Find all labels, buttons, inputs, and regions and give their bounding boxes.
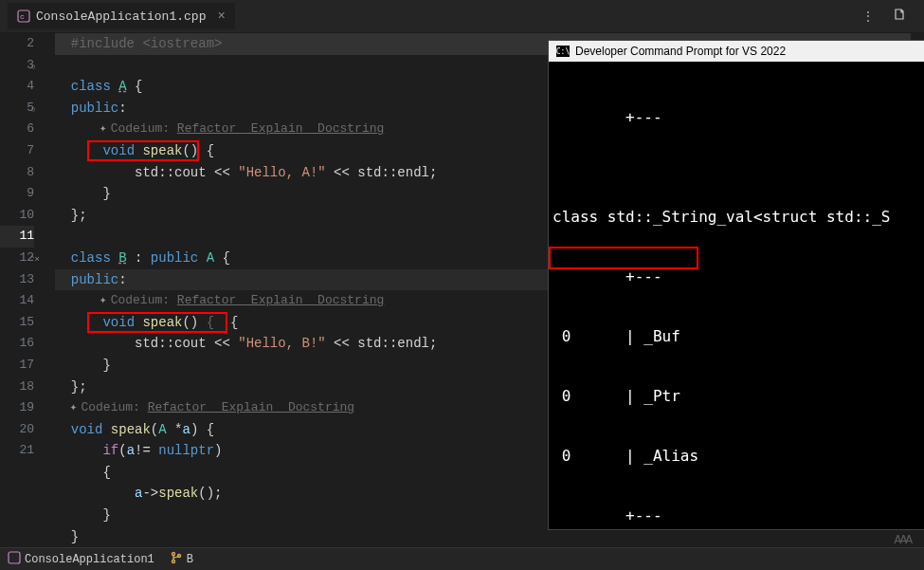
tab-filename: ConsoleApplication1.cpp	[36, 9, 206, 24]
line-number: 18	[0, 377, 34, 398]
terminal-title-text: Developer Command Prompt for VS 2022	[575, 45, 786, 58]
sparkle-icon: ✦	[100, 121, 107, 136]
sparkle-icon: ✦	[100, 293, 107, 307]
line-gutter: 2 3○ 4 5○ 6 7 8 9 10 11 12⌃× 13 14 15 16…	[0, 33, 47, 547]
status-branch[interactable]: B	[170, 551, 193, 568]
line-number: 20	[0, 419, 34, 441]
svg-text:c: c	[20, 12, 25, 21]
notification-icon[interactable]	[892, 7, 907, 26]
svg-point-3	[172, 552, 174, 555]
line-number: 4	[0, 76, 34, 98]
line-number: 8	[0, 162, 34, 184]
line-number: 19	[0, 397, 34, 419]
line-number: 14	[0, 290, 34, 312]
line-number: 11	[0, 226, 34, 248]
cmd-icon: C:\	[556, 46, 570, 57]
status-project-name: ConsoleApplication1	[25, 553, 154, 566]
file-tab[interactable]: c ConsoleApplication1.cpp ×	[8, 3, 235, 29]
line-number: 7	[0, 140, 34, 162]
line-number: 5○	[0, 98, 34, 120]
line-number: 21	[0, 440, 34, 462]
terminal-title-bar[interactable]: C:\ Developer Command Prompt for VS 2022	[549, 41, 924, 62]
terminal-window[interactable]: C:\ Developer Command Prompt for VS 2022…	[548, 40, 924, 530]
cpp-file-icon: c	[17, 9, 30, 23]
branch-icon	[170, 551, 183, 568]
top-right-actions: ⋮	[861, 7, 924, 26]
project-icon	[8, 551, 21, 568]
line-number: 16	[0, 333, 34, 355]
line-number: 15	[0, 312, 34, 334]
gutter-marker-icon: ○	[31, 100, 36, 121]
terminal-line: class std::_String_val<struct std::_S	[553, 207, 922, 227]
sparkle-icon: ✦	[70, 400, 78, 414]
more-icon[interactable]: ⋮	[861, 9, 875, 25]
gutter-marker-icon: ⌃×	[29, 249, 40, 271]
terminal-body[interactable]: +--- class std::_String_val<struct std::…	[549, 62, 924, 570]
line-number: 6	[0, 119, 34, 140]
status-project[interactable]: ConsoleApplication1	[8, 551, 154, 568]
svg-point-4	[172, 560, 174, 562]
line-number: 12⌃×	[0, 248, 34, 269]
gutter-marker-icon: ○	[31, 57, 36, 79]
terminal-line: 0 | _Ptr	[553, 386, 922, 406]
line-number: 17	[0, 355, 34, 377]
line-number: 9	[0, 183, 34, 205]
status-branch-name: B	[187, 553, 193, 566]
editor-tab-bar: c ConsoleApplication1.cpp × ⋮	[0, 0, 924, 33]
line-number: 2	[0, 33, 34, 55]
line-number: 13	[0, 269, 34, 291]
svg-rect-2	[9, 552, 20, 563]
line-number: 10	[0, 205, 34, 227]
terminal-line: +---	[553, 506, 922, 525]
terminal-line: 0 | _Buf	[553, 326, 922, 346]
line-number: 3○	[0, 55, 34, 77]
terminal-line: 0 | _Alias	[553, 446, 922, 466]
close-icon[interactable]: ×	[217, 9, 225, 24]
terminal-line: +---	[553, 267, 922, 286]
terminal-line: +---	[553, 107, 922, 127]
